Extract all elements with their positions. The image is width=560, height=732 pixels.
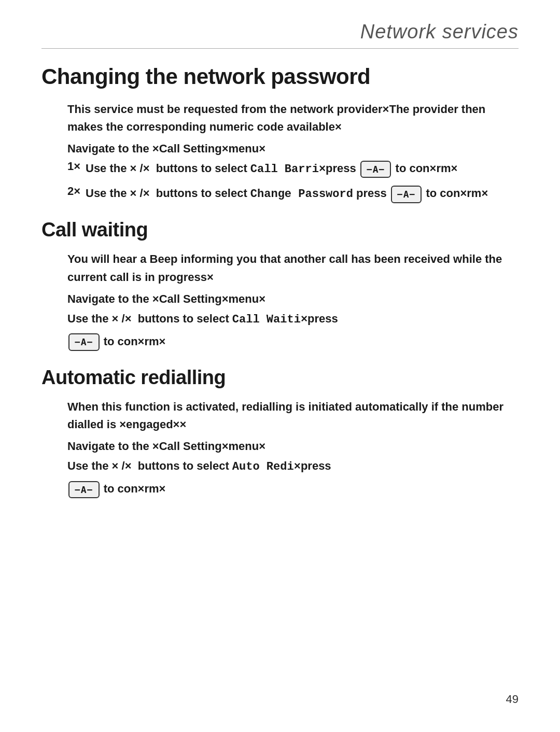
item-number-1: 1×	[67, 160, 86, 173]
button-badge-cw: −A−	[68, 333, 100, 351]
section-automatic-redialling: Automatic redialling When this function …	[41, 367, 519, 499]
call-waiting-confirm: −A− to con×rm×	[67, 333, 519, 351]
section-content-call-waiting: You will hear a Beep informing you that …	[67, 250, 519, 351]
item-content-1: Use the × /× buttons to select Call Barr…	[86, 160, 457, 178]
item-content-2: Use the × /× buttons to select Change Pa…	[86, 185, 488, 203]
button-badge-ar: −A−	[68, 481, 100, 499]
section-call-waiting: Call waiting You will hear a Beep inform…	[41, 219, 519, 351]
section-content-automatic-redialling: When this function is activated, rediall…	[67, 398, 519, 499]
changing-password-intro: This service must be requested from the …	[67, 101, 519, 136]
changing-password-navigate: Navigate to the ×Call Setting×menu×	[67, 140, 519, 158]
page-title: Network services	[360, 21, 519, 43]
page-number: 49	[506, 693, 519, 706]
item-1: 1× Use the × /× buttons to select Call B…	[67, 160, 519, 178]
section-title-changing-password: Changing the network password	[41, 64, 519, 89]
auto-redialling-navigate: Navigate to the ×Call Setting×menu×	[67, 438, 519, 455]
auto-redialling-use: Use the × /× buttons to select Auto Redi…	[67, 457, 519, 476]
auto-redialling-intro: When this function is activated, rediall…	[67, 398, 519, 433]
item-2: 2× Use the × /× buttons to select Change…	[67, 185, 519, 203]
section-content-changing-password: This service must be requested from the …	[67, 101, 519, 203]
section-title-automatic-redialling: Automatic redialling	[41, 367, 519, 389]
call-waiting-intro: You will hear a Beep informing you that …	[67, 250, 519, 286]
item-number-2: 2×	[67, 185, 86, 198]
page-header: Network services	[41, 21, 519, 49]
button-badge-a1: −A−	[360, 161, 391, 178]
button-badge-a2: −A−	[391, 186, 422, 203]
auto-redialling-confirm: −A− to con×rm×	[67, 480, 519, 498]
section-changing-password: Changing the network password This servi…	[41, 64, 519, 203]
section-title-call-waiting: Call waiting	[41, 219, 519, 241]
call-waiting-use: Use the × /× buttons to select Call Wait…	[67, 310, 519, 329]
call-waiting-navigate: Navigate to the ×Call Setting×menu×	[67, 290, 519, 308]
